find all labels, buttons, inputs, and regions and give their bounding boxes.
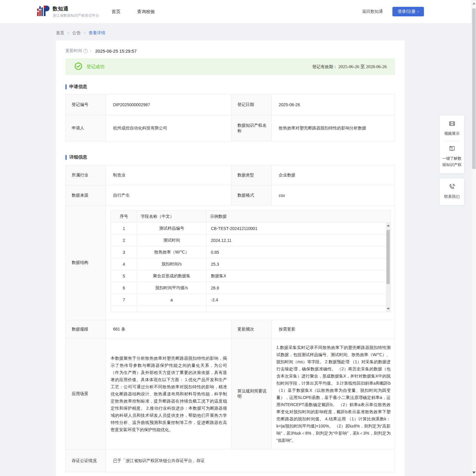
data-type-value: 企业数据: [272, 165, 395, 185]
table-row: 应用场景 本数据聚焦于分析散热效率对塑壳断路器脱扣特性的影响，揭示了热传导参数与…: [66, 339, 395, 450]
structure-row: 7 a -2.4: [111, 294, 390, 306]
structure-row: 2 测试时间 2024.12.11: [111, 234, 390, 246]
format-value: csv: [272, 185, 395, 206]
float-card-top: 视频展示 一键了解数据知识产权: [440, 115, 464, 173]
top-header: 数知通 浙江省数据知识产权登记平台 首页 查询校验 返回数知通 登录/注册 ›: [0, 0, 476, 23]
sample-data-cell: 数据集X: [206, 270, 390, 282]
data-structure-table: 序号 字段名称（中文） 示例数据 1 测试样品编号 CB-TEST-202412…: [111, 210, 391, 312]
sample-data-cell: CB-TEST-202412110001: [206, 223, 390, 234]
structure-row: 5 聚合后形成的数据集 数据集X: [111, 270, 390, 282]
video-demo-item[interactable]: 视频展示: [441, 120, 462, 137]
table-row: 数据规模 681 条 更新频次 按需更新: [66, 320, 395, 339]
scale-value: 681 条: [106, 320, 231, 339]
dip-name-value: 散热效率对塑壳断路器脱扣特性的影响分析数据: [272, 115, 395, 141]
structure-header-row: 序号 字段名称（中文） 示例数据: [111, 211, 390, 223]
frequency-value: 按需更新: [272, 320, 395, 339]
breadcrumb-current: 查看详情: [89, 30, 105, 36]
update-time-row: 更新时间 ? ： 2025-06-25 15:29:57: [65, 48, 395, 54]
col-header-sample-data: 示例数据: [206, 211, 390, 222]
scenario-label: 应用场景: [66, 339, 106, 450]
table-row: 申请人 杭州成控自动化科技有限公司 数据知识产权名称 散热效率对塑壳断路器脱扣特…: [66, 115, 395, 141]
structure-row: 3 散热效率（W/℃） 0.85: [111, 246, 390, 258]
status-text: 登记成功: [87, 64, 104, 70]
format-label: 数据格式: [231, 185, 272, 206]
col-header-field-name: 字段名称（中文）: [137, 211, 206, 222]
table-row: 登记编号 DIP2025000002987 登记日期 2025-06-26: [66, 95, 395, 115]
structure-row: 4 脱扣时间/s 25.3: [111, 258, 390, 270]
sample-data-cell: -2.4: [206, 294, 390, 306]
scenario-text: 本数据聚焦于分析散热效率对塑壳断路器脱扣特性的影响，揭示了热传导参数与断路器保护…: [106, 339, 231, 450]
video-demo-label: 视频展示: [441, 130, 462, 137]
nav-item-query-verify[interactable]: 查询校验: [137, 9, 155, 15]
nav-item-home[interactable]: 首页: [112, 9, 120, 15]
applicant-value: 杭州成控自动化科技有限公司: [106, 115, 231, 141]
table-row: 数据来源 自行产生 数据格式 csv: [66, 185, 395, 206]
seq-cell: 7: [111, 294, 137, 306]
sample-data-cell: 0.85: [206, 246, 390, 258]
field-name-cell: 脱扣时间平均值/s: [137, 282, 206, 294]
floating-side-panel: 视频展示 一键了解数据知识产权 联系我们: [440, 115, 464, 205]
breadcrumb-separator: >: [84, 31, 86, 35]
field-name-cell: 聚合后形成的数据集: [137, 270, 206, 282]
notary-label: 存证公证情况: [66, 450, 106, 472]
validity-label: 登记有效期：: [312, 64, 337, 69]
reg-no-label: 登记编号: [66, 95, 106, 115]
scroll-down-arrow-icon[interactable]: [387, 308, 390, 310]
seq-cell: 3: [111, 246, 137, 258]
seq-cell: 4: [111, 258, 137, 270]
login-register-button[interactable]: 登录/注册 ›: [392, 7, 424, 16]
breadcrumb-home[interactable]: 首页: [56, 30, 64, 36]
section-title-text: 详细信息: [69, 154, 87, 160]
seq-cell: 2: [111, 234, 137, 246]
table-row: 数据结构 序号 字段名称（中文） 示例数据 1 测试样品编号 CB-TEST-2…: [66, 206, 395, 320]
structure-row: 1 测试样品编号 CB-TEST-202412110001: [111, 223, 390, 234]
brand-logo[interactable]: 数知通 浙江省数据知识产权登记平台: [37, 4, 99, 19]
brand-name: 数知通: [53, 5, 99, 12]
main-nav: 首页 查询校验: [112, 9, 155, 15]
data-type-label: 数据类型: [231, 165, 272, 185]
contact-us-label: 联系我们: [441, 193, 462, 200]
structure-scrollbar[interactable]: [386, 223, 390, 312]
table-row: 存证公证情况 已于「浙江省知识产权区块链公共存证平台」存证: [66, 450, 395, 472]
algorithm-label: 算法规则简要说明: [231, 339, 272, 450]
learn-dip-item[interactable]: 一键了解数据知识产权: [441, 145, 462, 168]
structure-row-partial: [111, 306, 390, 312]
scale-label: 数据规模: [66, 320, 106, 339]
field-name-cell: 脱扣时间/s: [137, 258, 206, 270]
validity-value: 2025-06-26 至 2028-06-26: [339, 64, 387, 69]
update-time-colon: ：: [89, 48, 93, 54]
float-card-contact: 联系我们: [440, 178, 464, 205]
video-icon: [449, 123, 455, 128]
section-title-apply-info: 申请信息: [65, 84, 395, 90]
apply-info-table: 登记编号 DIP2025000002987 登记日期 2025-06-26 申请…: [65, 94, 395, 141]
scrollbar-thumb[interactable]: [386, 230, 390, 284]
field-name-cell: 测试时间: [137, 234, 206, 246]
reg-no-value: DIP2025000002987: [106, 95, 231, 115]
applicant-label: 申请人: [66, 115, 106, 141]
contact-us-item[interactable]: 联系我们: [441, 183, 462, 200]
industry-value: 制造业: [106, 165, 231, 185]
update-time-label: 更新时间: [65, 48, 82, 54]
login-register-label: 登录/注册: [398, 9, 416, 14]
table-row: 所属行业 制造业 数据类型 企业数据: [66, 165, 395, 185]
page-scrollbar[interactable]: [471, 0, 476, 476]
section-bar: [65, 155, 67, 160]
learn-dip-label: 一键了解数据知识产权: [441, 155, 462, 168]
phone-icon: [449, 186, 455, 191]
scroll-up-arrow-icon[interactable]: [472, 2, 475, 4]
scrollbar-thumb[interactable]: [472, 8, 476, 169]
structure-row: 6 脱扣时间平均值/s 26.8: [111, 282, 390, 294]
scroll-down-arrow-icon[interactable]: [472, 472, 475, 474]
structure-body[interactable]: 1 测试样品编号 CB-TEST-202412110001 2 测试时间 202…: [111, 223, 390, 312]
field-name-cell: 测试样品编号: [137, 223, 206, 234]
question-circle-icon[interactable]: ?: [83, 49, 88, 53]
logo-icon: [37, 4, 50, 19]
brand-subtitle: 浙江省数据知识产权登记平台: [53, 13, 99, 18]
sample-data-cell: 25.3: [206, 258, 390, 270]
breadcrumb-announcements[interactable]: 公告: [72, 30, 81, 36]
scroll-up-arrow-icon[interactable]: [387, 225, 390, 226]
detail-info-table: 所属行业 制造业 数据类型 企业数据 数据来源 自行产生 数据格式 csv 数据…: [65, 165, 395, 472]
reg-date-label: 登记日期: [231, 95, 272, 115]
back-to-shuzhitong-link[interactable]: 返回数知通: [362, 9, 383, 14]
algorithm-text: 1.数据采集实时记录不同散热效率下的塑壳断路器脱扣特性测试数据，包括测试样品编号…: [272, 339, 395, 450]
